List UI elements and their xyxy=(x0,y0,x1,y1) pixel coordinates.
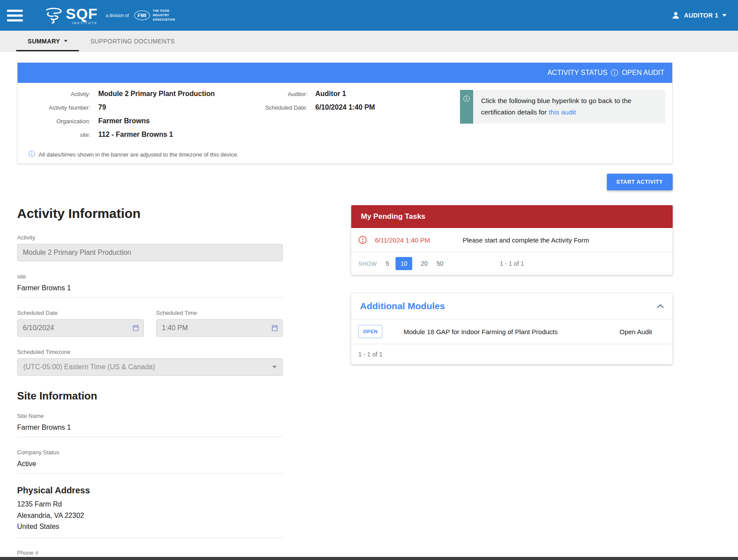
certification-info-text: Click the following blue hyperlink to go… xyxy=(473,90,665,124)
chevron-down-icon xyxy=(272,366,277,368)
page-size-50[interactable]: 50 xyxy=(436,260,443,267)
page-size-5[interactable]: 5 xyxy=(385,260,389,267)
activity-field-group: Activity xyxy=(17,234,283,261)
right-column: My Pending Tasks 6/11/2024 1:40 PM Pleas… xyxy=(351,205,673,560)
info-icon[interactable]: ⓘ xyxy=(611,68,618,78)
menu-bar xyxy=(7,19,23,21)
pending-tasks-card: My Pending Tasks 6/11/2024 1:40 PM Pleas… xyxy=(351,205,673,275)
additional-modules-range: 1 - 1 of 1 xyxy=(351,344,673,364)
scheduled-date-label: Scheduled Date xyxy=(17,310,144,316)
banner-field-activity: Activity: Module 2 Primary Plant Product… xyxy=(25,90,235,98)
this-audit-link[interactable]: this audit xyxy=(549,108,576,116)
scheduled-date-input[interactable] xyxy=(17,319,144,337)
address-line-2: Alexandria, VA 22302 xyxy=(17,510,283,521)
timezone-select[interactable]: (UTC-05:00) Eastern Time (US & Canada) xyxy=(17,358,283,376)
fmi-caption: THE FOOD INDUSTRY ASSOCIATION xyxy=(153,9,180,21)
scheduled-time-group: Scheduled Time xyxy=(156,310,283,337)
scheduled-time-label: Scheduled Time xyxy=(156,310,283,316)
additional-modules-header[interactable]: Additional Modules xyxy=(351,293,673,319)
page-size-20[interactable]: 20 xyxy=(421,260,428,267)
field-label: Organization: xyxy=(25,118,90,125)
activity-input xyxy=(17,244,283,261)
field-label: site: xyxy=(25,132,90,138)
timezone-note-text: All dates/times shown in the banner are … xyxy=(39,151,239,158)
page-size-10-selected[interactable]: 10 xyxy=(396,257,412,270)
field-value: Module 2 Primary Plant Production xyxy=(98,90,215,98)
physical-address-group: Physical Address 1235 Farm Rd Alexandria… xyxy=(17,485,283,538)
module-status: Open Audit xyxy=(620,328,652,335)
field-value: 6/10/2024 1:40 PM xyxy=(315,103,375,111)
field-value: Farmer Browns xyxy=(98,117,150,125)
pending-task-row[interactable]: 6/11/2024 1:40 PM Please start and compl… xyxy=(351,228,673,252)
alert-icon xyxy=(358,235,367,244)
field-label: Activity Number: xyxy=(25,104,90,111)
company-status-label: Company Status xyxy=(17,449,283,456)
pending-task-text: Please start and complete the Activity F… xyxy=(463,236,589,244)
start-activity-button[interactable]: START ACTIVITY xyxy=(607,174,673,190)
open-module-button[interactable]: OPEN xyxy=(358,325,382,338)
show-label: SHOW xyxy=(358,260,377,267)
pending-task-date: 6/11/2024 1:40 PM xyxy=(375,236,463,244)
field-label: Activity: xyxy=(25,91,90,97)
pending-tasks-pagination: SHOW 5 10 20 50 1 - 1 of 1 xyxy=(351,252,673,275)
fmi-logo: FMI THE FOOD INDUSTRY ASSOCIATION xyxy=(134,9,180,21)
menu-icon[interactable] xyxy=(4,6,25,25)
tab-summary-label: SUMMARY xyxy=(28,38,60,45)
scheduled-time-input[interactable] xyxy=(156,319,283,337)
company-status-value: Active xyxy=(17,459,283,474)
field-value: 112 - Farmer Browns 1 xyxy=(98,131,173,139)
menu-bar xyxy=(7,10,23,12)
scheduled-timezone-group: Scheduled Timezone (UTC-05:00) Eastern T… xyxy=(17,349,283,376)
pending-tasks-header: My Pending Tasks xyxy=(351,205,673,228)
info-band: ⓘ xyxy=(460,90,473,124)
tab-supporting-documents[interactable]: SUPPORTING DOCUMENTS xyxy=(79,31,186,51)
address-line-1: 1235 Farm Rd xyxy=(17,499,283,510)
company-status-group: Company Status Active xyxy=(17,449,283,474)
activity-status-bar: ACTIVITY STATUS ⓘ OPEN AUDIT xyxy=(18,63,672,83)
field-value: Auditor 1 xyxy=(315,90,346,98)
sqf-logo: SQF INSTITUTE a division of FMI THE FOOD… xyxy=(44,6,180,25)
field-label: Auditor: xyxy=(235,91,307,97)
module-name: Module 18 GAP for Indoor Farming of Plan… xyxy=(403,328,558,335)
physical-address-label: Physical Address xyxy=(17,485,283,496)
user-icon xyxy=(671,11,680,20)
field-value: 79 xyxy=(98,103,106,111)
banner-field-site: site: 112 - Farmer Browns 1 xyxy=(25,131,235,139)
menu-bar xyxy=(7,14,23,17)
main-content: ACTIVITY STATUS ⓘ OPEN AUDIT Activity: M… xyxy=(0,52,738,560)
sqf-swirl-icon xyxy=(44,7,63,24)
info-icon: ⓘ xyxy=(463,95,470,124)
info-icon: ⓘ xyxy=(29,150,35,158)
calendar-icon[interactable] xyxy=(132,325,139,332)
certification-info-box: ⓘ Click the following blue hyperlink to … xyxy=(460,90,665,124)
actions-row: START ACTIVITY xyxy=(17,174,673,190)
brand-subtitle: INSTITUTE xyxy=(72,21,98,25)
site-field-group: site Farmer Browns 1 xyxy=(17,273,283,298)
additional-modules-card: Additional Modules OPEN Module 18 GAP fo… xyxy=(351,293,673,364)
chevron-up-icon[interactable] xyxy=(657,304,664,308)
activity-banner: ACTIVITY STATUS ⓘ OPEN AUDIT Activity: M… xyxy=(17,62,673,164)
activity-information-title: Activity Information xyxy=(17,206,283,221)
user-menu[interactable]: AUDITOR 1 xyxy=(671,11,727,20)
brand-name: SQF xyxy=(66,6,98,21)
calendar-icon[interactable] xyxy=(271,325,278,332)
user-name: AUDITOR 1 xyxy=(684,12,718,19)
tab-bar: SUMMARY SUPPORTING DOCUMENTS xyxy=(0,31,738,52)
activity-status-value: OPEN AUDIT xyxy=(622,69,664,77)
scheduled-date-group: Scheduled Date xyxy=(17,310,144,337)
banner-field-scheduled-date: Scheduled Date: 6/10/2024 1:40 PM xyxy=(235,103,375,111)
site-name-group: Site Name Farmer Browns 1 xyxy=(17,413,283,437)
banner-left-fields: Activity: Module 2 Primary Plant Product… xyxy=(25,90,235,144)
module-row: OPEN Module 18 GAP for Indoor Farming of… xyxy=(351,319,673,344)
banner-field-activity-number: Activity Number: 79 xyxy=(25,103,235,111)
timezone-select-value: (UTC-05:00) Eastern Time (US & Canada) xyxy=(23,363,155,371)
site-name-label: Site Name xyxy=(17,413,283,419)
address-line-3: United States xyxy=(17,521,283,532)
banner-mid-fields: Auditor: Auditor 1 Scheduled Date: 6/10/… xyxy=(235,90,375,117)
tab-summary[interactable]: SUMMARY xyxy=(16,31,79,51)
footer-bar xyxy=(0,557,738,560)
site-field-value: Farmer Browns 1 xyxy=(17,283,283,298)
banner-field-organization: Organization: Farmer Browns xyxy=(25,117,235,125)
phone-label: Phone # xyxy=(17,549,283,556)
field-label: Scheduled Date: xyxy=(235,104,307,111)
